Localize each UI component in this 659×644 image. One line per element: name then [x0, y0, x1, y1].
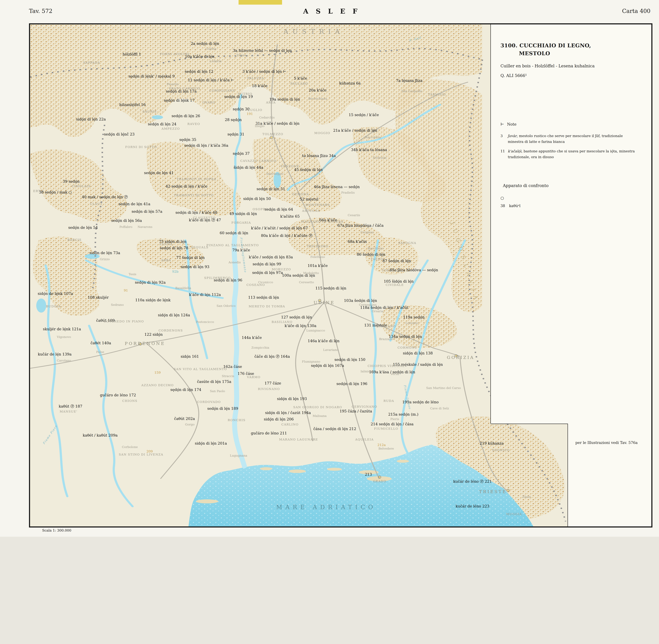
- entry-title: 3100. CUCCHIAIO DI LEGNO, MESTOLO: [500, 42, 637, 58]
- apparato-item: 38 kaθúᵃl: [500, 204, 637, 208]
- entry-title-line2: MESTOLO: [500, 49, 637, 58]
- illustration-panel: per le Illustrazioni vedi Tav. 576a: [568, 423, 651, 527]
- page-tab: [238, 0, 282, 5]
- entry-subtitle: Cuiller en bois - Holzlöffel - Lesena ku…: [500, 64, 637, 68]
- table-number: Tav. 572: [29, 8, 52, 14]
- note-item-number: 11: [500, 148, 506, 160]
- apparato-header: Apparato di confronto: [503, 183, 637, 188]
- apparato-item-text: kaθúᵃl: [509, 204, 521, 208]
- note-header: ⊢ Note: [500, 122, 637, 127]
- legend-panel: 3100. CUCCHIAIO DI LEGNO, MESTOLO Cuille…: [491, 24, 651, 423]
- note-item: 11k'ačalǫ́i, bastone appuntito che si us…: [500, 148, 637, 160]
- apparato-item-number: 38: [500, 204, 505, 208]
- atlas-sheet: Tav. 572 ASLEF Carta 400: [0, 0, 659, 537]
- circle-symbol-icon: ○: [500, 196, 637, 200]
- note-flag-icon: ⊢: [500, 122, 504, 127]
- note-item-number: 3: [500, 133, 506, 144]
- note-header-label: Note: [507, 122, 517, 127]
- illustration-note: per le Illustrazioni vedi Tav. 576a: [575, 440, 646, 445]
- entry-number: 3100.: [500, 42, 518, 48]
- entry-source: Q. ALI 5666¹: [500, 73, 637, 78]
- scale-label: Scala 1: 300.000: [42, 528, 71, 532]
- atlas-title: ASLEF: [303, 7, 365, 15]
- note-item: 3ʃuvàr, mestolo rustico che serve per me…: [500, 133, 637, 144]
- notes-list: 3ʃuvàr, mestolo rustico che serve per me…: [500, 133, 637, 164]
- note-item-text: k'ačalǫ́i, bastone appuntito che si usav…: [508, 148, 637, 160]
- carta-number: Carta 400: [622, 8, 651, 14]
- map-frame: 3100. CUCCHIAIO DI LEGNO, MESTOLO Cuille…: [29, 23, 653, 528]
- entry-title-line1: CUCCHIAIO DI LEGNO,: [519, 42, 591, 48]
- note-item-text: ʃuvàr, mestolo rustico che serve per mes…: [508, 133, 637, 144]
